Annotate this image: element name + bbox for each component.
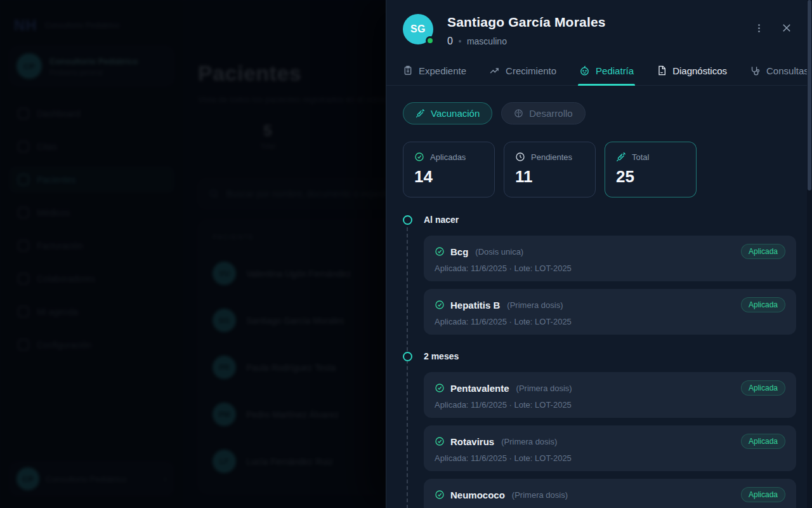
status-badge: Aplicada — [741, 297, 785, 312]
online-status-dot — [426, 36, 435, 45]
patient-detail-drawer: SG Santiago García Morales 0 masculino — [386, 0, 812, 508]
vaccine-card[interactable]: Hepatitis B (Primera dosis) Aplicada Apl… — [424, 289, 796, 335]
vaccine-card[interactable]: Neumococo (Primera dosis) Aplicada Aplic… — [424, 479, 796, 508]
pill-label: Desarrollo — [529, 108, 572, 119]
baby-icon — [579, 65, 590, 76]
timeline-group: 2 meses Pentavalente (Primera dosis) Apl… — [424, 351, 796, 508]
vaccine-stats: Aplicadas 14 Pendientes 11 Total — [403, 142, 796, 197]
vaccine-card-list: Bcg (Dosis unica) Aplicada Aplicada: 11/… — [424, 236, 796, 335]
vaccine-detail: Aplicada: 11/6/2025 · Lote: LOT-2025 — [435, 453, 785, 463]
tab-expediente[interactable]: Expediente — [403, 56, 466, 85]
check-circle-icon — [435, 246, 445, 257]
drawer-tabs: Expediente Crecimiento Pediatría Diagnós… — [386, 56, 812, 86]
stat-pendientes: Pendientes 11 — [504, 142, 596, 197]
vaccine-card[interactable]: Pentavalente (Primera dosis) Aplicada Ap… — [424, 372, 796, 418]
tab-label: Crecimiento — [506, 65, 556, 76]
vaccine-card[interactable]: Rotavirus (Primera dosis) Aplicada Aplic… — [424, 425, 796, 471]
close-icon[interactable] — [778, 19, 796, 37]
app-window: NH Consultorio Pediátrico CP Consultorio… — [0, 0, 812, 508]
tab-diagnosticos[interactable]: Diagnósticos — [657, 56, 727, 85]
stat-label: Total — [632, 152, 649, 162]
syringe-icon — [616, 152, 626, 162]
clock-icon — [515, 152, 525, 162]
vaccine-detail: Aplicada: 11/6/2025 · Lote: LOT-2025 — [435, 317, 785, 326]
vaccine-name: Neumococo — [450, 490, 505, 500]
patient-name: Santiago García Morales — [447, 15, 606, 30]
tab-label: Expediente — [419, 65, 466, 76]
timeline-dot-icon — [403, 215, 412, 225]
vaccine-dose: (Primera dosis) — [512, 490, 568, 500]
stat-total: Total 25 — [605, 142, 697, 197]
tab-label: Diagnósticos — [672, 65, 727, 76]
check-circle-icon — [435, 490, 445, 500]
syringe-icon — [416, 109, 425, 118]
tab-consultas[interactable]: Consultas — [750, 56, 809, 85]
timeline-group: Al nacer Bcg (Dosis unica) Aplicada Apli… — [424, 215, 796, 335]
trending-up-icon — [489, 65, 500, 76]
status-badge: Aplicada — [741, 487, 785, 502]
brain-icon — [514, 109, 523, 118]
vaccine-name: Bcg — [450, 246, 468, 257]
vaccine-dose: (Primera dosis) — [501, 437, 557, 446]
vaccine-name: Hepatitis B — [450, 300, 500, 311]
status-badge: Aplicada — [741, 434, 785, 449]
status-badge: Aplicada — [741, 244, 785, 259]
stat-value: 25 — [616, 167, 685, 187]
check-circle-icon — [435, 436, 445, 446]
development-pill[interactable]: Desarrollo — [501, 102, 585, 124]
check-circle-icon — [435, 300, 445, 310]
vaccine-name: Rotavirus — [450, 436, 494, 447]
timeline-dot-icon — [403, 352, 412, 361]
dot-separator — [459, 40, 461, 43]
stat-label: Aplicadas — [430, 152, 466, 162]
vaccine-dose: (Dosis unica) — [475, 247, 523, 257]
scrollbar[interactable] — [807, 0, 812, 508]
stat-value: 14 — [414, 167, 483, 187]
tab-crecimiento[interactable]: Crecimiento — [489, 56, 556, 85]
stat-aplicadas: Aplicadas 14 — [403, 142, 495, 197]
check-circle-icon — [435, 383, 445, 393]
status-badge: Aplicada — [741, 380, 785, 396]
vaccine-name: Pentavalente — [450, 383, 509, 394]
vaccine-dose: (Primera dosis) — [507, 300, 563, 310]
patient-sex: masculino — [467, 36, 507, 46]
file-text-icon — [657, 65, 667, 76]
stat-value: 11 — [515, 167, 584, 187]
vaccine-dose: (Primera dosis) — [516, 384, 572, 393]
stat-label: Pendientes — [531, 152, 572, 162]
check-circle-icon — [414, 152, 424, 162]
clipboard-icon — [403, 65, 413, 76]
timeline-group-label: Al nacer — [424, 215, 796, 225]
kebab-menu-icon[interactable] — [750, 19, 768, 37]
vaccine-card[interactable]: Bcg (Dosis unica) Aplicada Aplicada: 11/… — [424, 236, 796, 281]
vaccine-timeline: Al nacer Bcg (Dosis unica) Aplicada Apli… — [403, 215, 796, 508]
scrollbar-thumb[interactable] — [808, 0, 811, 190]
tab-label: Consultas — [766, 65, 809, 76]
tab-pediatria[interactable]: Pediatría — [579, 56, 634, 85]
tab-label: Pediatría — [596, 65, 634, 76]
vaccination-pill[interactable]: Vacunación — [403, 102, 492, 124]
vaccine-card-list: Pentavalente (Primera dosis) Aplicada Ap… — [424, 372, 796, 508]
vaccine-detail: Aplicada: 11/6/2025 · Lote: LOT-2025 — [435, 400, 785, 410]
pill-label: Vacunación — [431, 108, 480, 119]
drawer-content: Vacunación Desarrollo Aplicadas 14 — [386, 86, 812, 508]
patient-age: 0 — [447, 36, 453, 47]
stethoscope-icon — [750, 65, 761, 76]
vaccine-detail: Aplicada: 11/6/2025 · Lote: LOT-2025 — [435, 264, 785, 273]
section-toggle: Vacunación Desarrollo — [403, 102, 796, 124]
drawer-header: SG Santiago García Morales 0 masculino — [386, 0, 812, 56]
timeline-group-label: 2 meses — [424, 351, 796, 361]
